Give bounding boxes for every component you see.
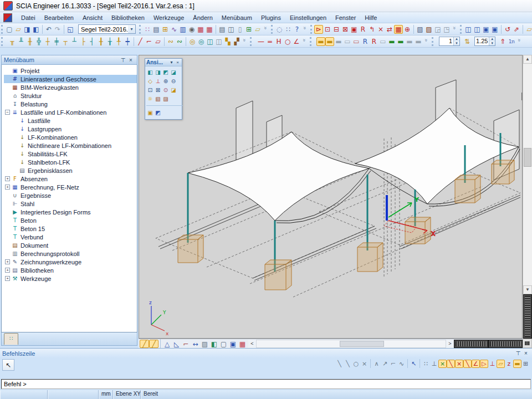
- print-preview-icon[interactable]: ◫: [227, 25, 236, 34]
- layer-off5-icon[interactable]: ▬: [414, 37, 423, 46]
- support-red-icon[interactable]: ▱: [154, 37, 162, 46]
- scroll-right-icon[interactable]: >: [446, 340, 454, 348]
- snap-free-icon[interactable]: ╲: [335, 360, 344, 368]
- toolbar-grip[interactable]: [139, 25, 141, 34]
- expand-icon[interactable]: +: [5, 276, 10, 281]
- save-all-icon[interactable]: ◨: [23, 25, 32, 34]
- menu-hilfe[interactable]: Hilfe: [360, 13, 381, 22]
- line-tool-icon[interactable]: —: [257, 37, 265, 46]
- tree-item-berechnung-fe-netz[interactable]: +▦Berechnung, FE-Netz: [4, 183, 137, 191]
- axo-cone-icon[interactable]: △: [162, 340, 172, 348]
- search-members-icon[interactable]: ◎: [188, 37, 197, 46]
- stamp2-icon[interactable]: ▞: [232, 37, 241, 46]
- tree-item-bim-werkzeugkasten[interactable]: ▦BIM-Werkzeugkasten: [4, 83, 137, 91]
- layer-active2-icon[interactable]: ▬: [325, 37, 334, 46]
- section-view-icon[interactable]: ◺: [172, 340, 181, 348]
- internal-node-icon[interactable]: ╁: [105, 37, 114, 46]
- subregion-tool-icon[interactable]: ┤: [88, 37, 96, 46]
- snap-arc-icon[interactable]: ∿: [397, 360, 406, 368]
- close-icon[interactable]: ×: [127, 57, 135, 63]
- results-chart-icon[interactable]: ∿: [170, 25, 178, 34]
- swap-xy-icon[interactable]: ⇅: [463, 37, 472, 46]
- stamp-icon[interactable]: ▚: [223, 37, 232, 46]
- mdi-window-icon[interactable]: ◱: [66, 25, 75, 34]
- scroll-left-icon[interactable]: <: [248, 340, 256, 348]
- h-profile-icon[interactable]: H: [274, 37, 283, 46]
- target-icon[interactable]: ⊕: [403, 25, 412, 34]
- snap-endpoint-icon[interactable]: ╲: [447, 360, 455, 368]
- clip-box-icon[interactable]: ▣: [146, 109, 154, 116]
- copy-multi-icon[interactable]: ◫: [473, 25, 482, 34]
- menu-bibliotheken[interactable]: Bibliotheken: [107, 13, 149, 22]
- grid-settings-icon[interactable]: ▦: [238, 340, 247, 348]
- wire-pen1-icon[interactable]: ╱: [140, 340, 149, 348]
- search-teal-icon[interactable]: ◎: [197, 37, 206, 46]
- menu-einstellungen[interactable]: Einstellungen: [285, 13, 331, 22]
- copy-icon[interactable]: ◫: [464, 25, 473, 34]
- mesh-render-icon[interactable]: ◧: [209, 340, 219, 348]
- view-image2-icon[interactable]: ▨: [162, 95, 170, 103]
- mesh-ball-icon[interactable]: ◉: [187, 25, 196, 34]
- toolbar-overflow-icon[interactable]: »: [301, 39, 307, 44]
- tree-item-beton[interactable]: TBeton: [4, 216, 137, 224]
- spinner-up-icon[interactable]: ▲: [489, 37, 495, 42]
- export-image-icon[interactable]: ▨: [424, 25, 433, 34]
- toolbar-overflow-icon[interactable]: »: [242, 39, 247, 44]
- horizontal-scroll-track[interactable]: [256, 340, 446, 348]
- join-member-icon[interactable]: ⊟: [332, 25, 341, 34]
- new-folder-icon[interactable]: ▱: [525, 25, 532, 34]
- volume-render2-icon[interactable]: ▣: [228, 340, 238, 348]
- rotate-control-vertical[interactable]: [524, 295, 531, 338]
- layer-r-blue-icon[interactable]: R: [361, 37, 370, 46]
- view-params2-icon[interactable]: ◳: [442, 25, 451, 34]
- point-grid-icon[interactable]: ∷: [284, 25, 293, 34]
- toolbar-overflow-icon[interactable]: »: [263, 27, 268, 32]
- wall-tool-icon[interactable]: ┬: [61, 37, 70, 46]
- tree-item-lastgruppen[interactable]: ↓Lastgruppen: [4, 125, 137, 133]
- view-params-icon[interactable]: ◲: [433, 25, 442, 34]
- tree-item-beton-15[interactable]: TBeton 15: [4, 224, 137, 233]
- wire-pen2-icon[interactable]: ╱: [149, 340, 158, 348]
- status-plane[interactable]: Ebene XY: [113, 390, 141, 399]
- redo-icon[interactable]: ↷: [53, 25, 62, 34]
- paste-icon[interactable]: ▣: [482, 25, 490, 34]
- table-results-icon[interactable]: ▦: [205, 25, 214, 34]
- toolbar-grip[interactable]: [1, 37, 6, 46]
- pin-icon[interactable]: ⊤: [119, 57, 127, 63]
- palette-dropdown-icon[interactable]: ▾: [168, 60, 175, 65]
- snap-circle-icon[interactable]: ○: [352, 360, 360, 368]
- vertical-scroll-thumb[interactable]: [524, 148, 531, 167]
- view-z-icon[interactable]: ◩: [162, 68, 170, 76]
- snap-intersection-icon[interactable]: ×: [455, 360, 463, 368]
- save-icon[interactable]: ◧: [32, 25, 40, 34]
- perspective-cube-icon[interactable]: ◩: [154, 109, 162, 116]
- toolbar-grip[interactable]: [460, 25, 462, 34]
- member-edit-icon[interactable]: ▣: [350, 25, 359, 34]
- tree-item-belastung[interactable]: ↧Belastung: [4, 100, 137, 108]
- tree-item-linienraster-und-geschosse[interactable]: #Linienraster und Geschosse: [4, 75, 137, 83]
- select-node-icon[interactable]: ⊳: [314, 25, 323, 34]
- calculator-icon[interactable]: ⊞: [161, 25, 170, 34]
- snap-point-icon[interactable]: ╲: [344, 360, 352, 368]
- horizontal-scroll-thumb[interactable]: [340, 341, 384, 347]
- column-tool-icon[interactable]: ╥: [8, 37, 17, 46]
- open-folder-icon[interactable]: ▱: [14, 25, 23, 34]
- snap-plane-icon[interactable]: ▬: [513, 360, 521, 368]
- spinner-up-icon[interactable]: ▲: [453, 37, 459, 42]
- render-bucket-icon[interactable]: ◪: [170, 86, 177, 94]
- toolbar-overflow-icon[interactable]: »: [452, 27, 457, 32]
- render-image-icon[interactable]: ▧: [416, 25, 424, 34]
- tendon-tool-icon[interactable]: ┿: [123, 37, 132, 46]
- expand-icon[interactable]: +: [5, 176, 10, 181]
- tree-item-dokument[interactable]: ▤Dokument: [4, 241, 137, 249]
- zoom-selection-icon[interactable]: ⊙: [162, 86, 170, 94]
- layer-off3-icon[interactable]: ▭: [378, 37, 387, 46]
- palette-close-icon[interactable]: ×: [175, 60, 181, 65]
- view-x-icon[interactable]: ◧: [146, 68, 154, 76]
- layer-off4-icon[interactable]: ▬: [405, 37, 414, 46]
- tree-item-ergebnisklassen[interactable]: ▤Ergebnisklassen: [4, 166, 137, 175]
- scroll-down-icon[interactable]: ▼: [523, 285, 532, 294]
- model-canvas[interactable]: Y X z Y x: [139, 55, 523, 339]
- tree-item-projekt[interactable]: ▣Projekt: [4, 66, 137, 75]
- beam-tool-icon[interactable]: ╨: [17, 37, 25, 46]
